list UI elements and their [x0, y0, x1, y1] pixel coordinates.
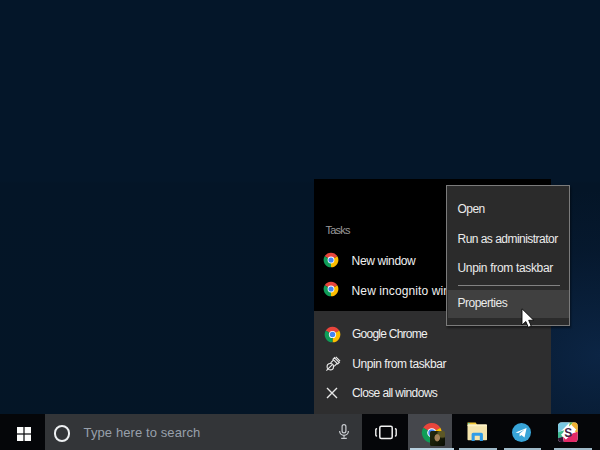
- svg-text:S: S: [564, 426, 572, 440]
